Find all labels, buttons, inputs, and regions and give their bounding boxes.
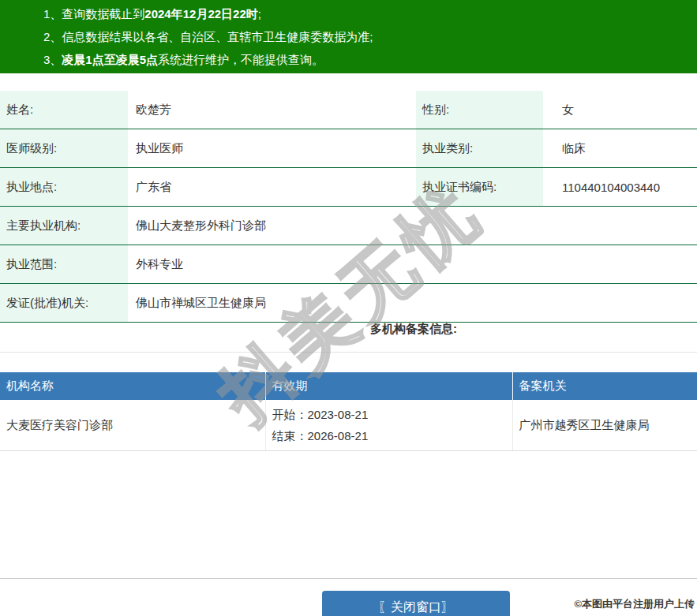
- table-row: 执业范围: 外科专业: [0, 245, 697, 284]
- field-value-issuing-authority: 佛山市禅城区卫生健康局: [128, 284, 697, 323]
- divider: [0, 352, 697, 353]
- notice-line-2: 2、信息数据结果以各省、自治区、直辖市卫生健康委数据为准;: [0, 25, 697, 48]
- multi-org-backup-table: 机构名称 有效期 备案机关 大麦医疗美容门诊部 开始：2023-08-21 结束…: [0, 372, 697, 451]
- field-value-doctor-level: 执业医师: [128, 129, 416, 168]
- field-label-certificate-number: 执业证书编码:: [416, 168, 543, 207]
- table-header-row: 机构名称 有效期 备案机关: [0, 372, 697, 400]
- field-label-practice-location: 执业地点:: [0, 168, 128, 207]
- table-row: 姓名: 欧楚芳 性别: 女: [0, 91, 697, 129]
- field-label-practice-category: 执业类别:: [416, 129, 543, 168]
- notice-text: 查询数据截止到: [62, 7, 144, 21]
- notice-text: ;: [258, 7, 261, 21]
- notice-number: 3、: [43, 53, 62, 66]
- validity-end: 结束：2026-08-21: [272, 425, 512, 446]
- notice-text-bold: 凌晨1点至凌晨5点: [62, 53, 158, 66]
- table-row: 发证(批准)机关: 佛山市禅城区卫生健康局: [0, 284, 697, 323]
- notice-line-3: 3、凌晨1点至凌晨5点系统进行维护，不能提供查询。: [0, 48, 697, 71]
- field-value-main-institution: 佛山大麦整形外科门诊部: [128, 207, 697, 245]
- notice-text: 系统进行维护，不能提供查询。: [158, 53, 324, 66]
- field-label-practice-scope: 执业范围:: [0, 245, 128, 284]
- column-header-filing-authority: 备案机关: [512, 372, 697, 400]
- uploader-watermark: ©本图由平台注册用户上传: [574, 597, 695, 611]
- field-label-gender: 性别:: [416, 91, 543, 129]
- column-header-validity-period: 有效期: [265, 372, 512, 400]
- table-row: 主要执业机构: 佛山大麦整形外科门诊部: [0, 207, 697, 245]
- field-value-practice-scope: 外科专业: [128, 245, 697, 284]
- notice-text-bold: 2024年12月22日22时: [144, 7, 257, 21]
- footer-divider: [0, 578, 697, 579]
- field-label-main-institution: 主要执业机构:: [0, 207, 128, 245]
- column-header-institution-name: 机构名称: [0, 372, 265, 400]
- table-row: 大麦医疗美容门诊部 开始：2023-08-21 结束：2026-08-21 广州…: [0, 400, 697, 451]
- field-value-gender: 女: [543, 91, 697, 129]
- field-label-name: 姓名:: [0, 91, 128, 129]
- field-value-practice-location: 广东省: [128, 168, 416, 207]
- notice-number: 2、: [43, 30, 62, 43]
- notice-line-1: 1、查询数据截止到2024年12月22日22时;: [0, 2, 697, 25]
- cell-filing-authority: 广州市越秀区卫生健康局: [512, 400, 697, 451]
- multi-org-section-title: 多机构备案信息:: [0, 322, 697, 337]
- field-value-name: 欧楚芳: [128, 91, 416, 129]
- close-window-button[interactable]: 〖关闭窗口〗: [322, 591, 510, 616]
- table-row: 执业地点: 广东省 执业证书编码: 110440104003440: [0, 168, 697, 207]
- license-query-result-page: 1、查询数据截止到2024年12月22日22时; 2、信息数据结果以各省、自治区…: [0, 0, 697, 616]
- notice-banner: 1、查询数据截止到2024年12月22日22时; 2、信息数据结果以各省、自治区…: [0, 0, 697, 73]
- doctor-info-table: 姓名: 欧楚芳 性别: 女 医师级别: 执业医师 执业类别: 临床 执业地点: …: [0, 91, 697, 323]
- validity-start: 开始：2023-08-21: [272, 404, 512, 425]
- table-row: 医师级别: 执业医师 执业类别: 临床: [0, 129, 697, 168]
- field-value-certificate-number: 110440104003440: [543, 168, 697, 207]
- cell-validity-period: 开始：2023-08-21 结束：2026-08-21: [265, 400, 512, 451]
- field-value-practice-category: 临床: [543, 129, 697, 168]
- cell-institution-name: 大麦医疗美容门诊部: [0, 400, 265, 451]
- field-label-issuing-authority: 发证(批准)机关:: [0, 284, 128, 323]
- field-label-doctor-level: 医师级别:: [0, 129, 128, 168]
- notice-number: 1、: [43, 7, 62, 21]
- notice-text: 信息数据结果以各省、自治区、直辖市卫生健康委数据为准;: [62, 30, 373, 43]
